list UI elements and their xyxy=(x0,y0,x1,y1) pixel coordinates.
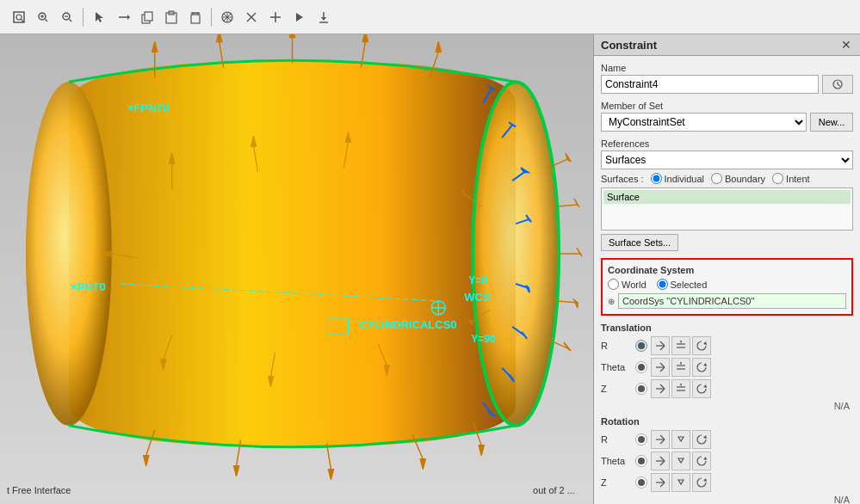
trans-r-btn1[interactable] xyxy=(651,336,670,355)
svg-marker-32 xyxy=(321,17,326,21)
svg-text:WCS: WCS xyxy=(464,291,491,304)
svg-marker-152 xyxy=(703,478,707,482)
delete-btn[interactable] xyxy=(185,7,206,28)
rot-row-theta: Theta xyxy=(601,452,853,470)
svg-line-116 xyxy=(838,84,840,86)
copy-btn[interactable] xyxy=(137,7,158,28)
svg-rect-16 xyxy=(169,11,174,15)
svg-marker-123 xyxy=(703,341,707,345)
panel-content: Name Member of Set MyConstraintSet xyxy=(594,56,860,504)
svg-line-149 xyxy=(660,478,665,482)
arrow-btn[interactable] xyxy=(113,7,133,28)
svg-line-118 xyxy=(660,341,665,346)
trans-row-z: Z xyxy=(601,379,853,398)
svg-line-150 xyxy=(660,482,665,487)
trans-r-btn3[interactable] xyxy=(692,336,711,355)
member-of-set-label: Member of Set xyxy=(601,101,853,111)
svg-marker-151 xyxy=(678,480,684,484)
trans-z-btn3[interactable] xyxy=(692,379,711,398)
svg-rect-14 xyxy=(145,12,152,21)
references-select[interactable]: Surfaces xyxy=(601,151,853,169)
svg-marker-146 xyxy=(678,458,684,463)
trans-z-btn1[interactable] xyxy=(651,379,670,398)
zoom-in-btn[interactable] xyxy=(33,7,53,28)
radio-individual[interactable]: Individual xyxy=(651,173,704,184)
trans-theta-btn2[interactable] xyxy=(671,358,690,377)
rot-theta-btn2[interactable] xyxy=(671,452,690,470)
rot-theta-btn3[interactable] xyxy=(692,452,711,470)
name-group: Name xyxy=(601,63,853,94)
coord-radio-selected[interactable]: Selected xyxy=(657,279,708,290)
surface-item[interactable]: Surface xyxy=(603,190,851,204)
surface-sets-btn[interactable]: Surface Sets... xyxy=(601,234,678,251)
svg-text:CYLINDRICALCS0: CYLINDRICALCS0 xyxy=(359,318,456,331)
member-of-set-select[interactable]: MyConstraintSet xyxy=(601,113,807,132)
panel-close-btn[interactable]: ✕ xyxy=(839,38,853,52)
close-toolbar-btn[interactable] xyxy=(241,7,262,28)
zoom-fit-btn[interactable] xyxy=(9,7,29,28)
svg-text:×PNT0: ×PNT0 xyxy=(71,280,106,293)
svg-line-126 xyxy=(660,367,665,372)
member-of-set-row: MyConstraintSet New... xyxy=(601,113,853,132)
trans-z-dot[interactable] xyxy=(635,383,647,395)
rot-z-btn2[interactable] xyxy=(671,473,690,492)
svg-marker-147 xyxy=(703,457,707,460)
next-btn[interactable] xyxy=(289,7,310,28)
trans-r-btn2[interactable] xyxy=(671,336,690,355)
rot-r-dot-inner xyxy=(638,436,645,443)
svg-text:t Free Interface: t Free Interface xyxy=(7,485,71,495)
coord-radios: World Selected xyxy=(608,279,846,290)
coord-radio-world[interactable]: World xyxy=(608,279,647,290)
svg-marker-141 xyxy=(678,437,684,441)
member-of-set-group: Member of Set MyConstraintSet New... xyxy=(601,101,853,132)
rot-row-r: R xyxy=(601,430,853,449)
tools-btn[interactable] xyxy=(217,7,238,28)
svg-line-8 xyxy=(70,19,72,22)
trans-r-controls xyxy=(651,336,711,355)
rot-r-btn2[interactable] xyxy=(671,430,690,449)
panel-title: Constraint xyxy=(601,39,657,52)
rot-z-btn3[interactable] xyxy=(692,473,711,492)
trans-theta-btn1[interactable] xyxy=(651,358,670,377)
svg-rect-17 xyxy=(191,15,200,23)
trans-z-dot-inner xyxy=(638,385,645,392)
rot-z-dot[interactable] xyxy=(635,476,647,489)
svg-line-145 xyxy=(660,461,665,465)
rot-r-btn1[interactable] xyxy=(651,430,670,449)
rot-r-label: R xyxy=(601,434,635,445)
rot-r-controls xyxy=(651,430,711,449)
zoom-out-btn[interactable] xyxy=(57,7,77,28)
paste-btn[interactable] xyxy=(161,7,182,28)
rot-theta-btn1[interactable] xyxy=(651,452,670,470)
trans-theta-dot-inner xyxy=(638,364,645,371)
svg-point-35 xyxy=(26,82,112,425)
import-btn[interactable] xyxy=(313,7,334,28)
svg-marker-10 xyxy=(96,12,103,22)
main-container: ×FPNT0 ×PNT0 CYLINDRICALCS0 WCS Y=0 Y=90… xyxy=(0,0,860,504)
trans-r-dot[interactable] xyxy=(635,340,647,352)
translation-section: Translation R xyxy=(601,323,853,411)
rot-r-dot[interactable] xyxy=(635,433,647,446)
trans-theta-dot[interactable] xyxy=(635,361,647,373)
svg-text:Y=90: Y=90 xyxy=(471,333,496,345)
svg-line-132 xyxy=(660,384,665,389)
rotation-title: Rotation xyxy=(601,416,853,427)
add-btn[interactable] xyxy=(265,7,286,28)
trans-z-btn2[interactable] xyxy=(671,379,690,398)
rot-r-btn3[interactable] xyxy=(692,430,711,449)
radio-intent[interactable]: Intent xyxy=(772,173,810,184)
name-input[interactable] xyxy=(601,75,819,94)
svg-point-1 xyxy=(16,15,22,20)
trans-theta-btn3[interactable] xyxy=(692,358,711,377)
new-set-btn[interactable]: New... xyxy=(810,113,853,132)
name-action-btn[interactable] xyxy=(822,75,853,94)
viewport[interactable]: ×FPNT0 ×PNT0 CYLINDRICALCS0 WCS Y=0 Y=90… xyxy=(0,34,593,504)
trans-row-r: R xyxy=(601,336,853,355)
rot-theta-dot[interactable] xyxy=(635,455,647,467)
trans-na: N/A xyxy=(601,401,853,411)
rot-row-z: Z xyxy=(601,473,853,492)
radio-boundary[interactable]: Boundary xyxy=(711,173,765,184)
select-btn[interactable] xyxy=(89,7,109,28)
svg-marker-129 xyxy=(680,362,682,366)
rot-z-btn1[interactable] xyxy=(651,473,670,492)
